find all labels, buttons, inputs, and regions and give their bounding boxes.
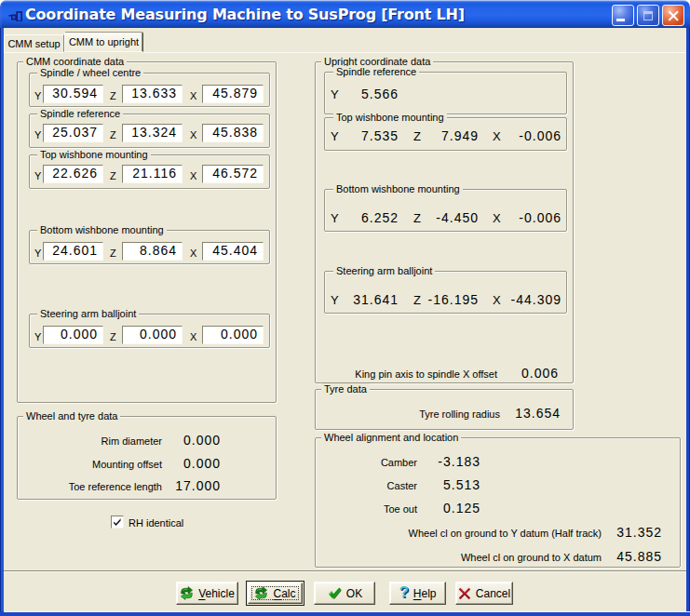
wheel-tyre-row-label: Toe reference length xyxy=(50,481,162,492)
alignment-row-label: Camber xyxy=(324,457,417,468)
help-button[interactable]: ? Help xyxy=(389,582,446,605)
check-icon xyxy=(327,586,342,600)
group-title: Top wishbone mounting xyxy=(37,149,151,161)
axis-label-x: X xyxy=(190,331,196,342)
checkmark-icon xyxy=(112,516,123,528)
group-title: Spindle reference xyxy=(37,108,123,120)
upright-z-value: -16.195 xyxy=(415,293,479,307)
cross-icon xyxy=(458,587,471,600)
wheel-tyre-row-value: 17.000 xyxy=(155,479,221,493)
input-z-spindle-wheel-centre[interactable] xyxy=(122,85,183,103)
input-z-bottom-wishbone-mounting[interactable] xyxy=(122,242,183,261)
input-y-spindle-wheel-centre[interactable] xyxy=(43,85,103,103)
kingpin-offset-label: King pin axis to spindle X offset xyxy=(348,368,497,380)
tab-page-edge xyxy=(4,52,64,53)
group-title: Bottom wishbone mounting xyxy=(333,183,463,195)
input-y-top-wishbone-mounting[interactable] xyxy=(43,165,103,183)
alignment-row-value: -3.183 xyxy=(413,455,480,469)
input-y-bottom-wishbone-mounting[interactable] xyxy=(43,242,103,261)
alignment-wide-row-value: 45.885 xyxy=(594,550,662,564)
dialog-window: Coordinate Measuring Machine to SusProg … xyxy=(0,0,690,616)
wheel-tyre-row-value: 0.000 xyxy=(155,434,221,448)
group-title: Wheel and tyre data xyxy=(23,410,120,422)
upright-z-value: -4.450 xyxy=(415,211,479,225)
rh-identical-checkbox[interactable] xyxy=(111,516,124,529)
upright-y-value: 5.566 xyxy=(335,87,399,101)
tab-cmm-setup[interactable]: CMM setup xyxy=(4,34,64,52)
group-title: Steering arm balljoint xyxy=(37,308,139,320)
input-z-spindle-reference[interactable] xyxy=(122,124,183,142)
axis-label-z: Z xyxy=(110,248,116,259)
ok-button[interactable]: OK xyxy=(314,582,375,605)
wheel-tyre-row-label: Mounting offset xyxy=(50,459,162,470)
upright-y-value: 6.252 xyxy=(335,211,399,225)
input-y-steering-arm-balljoint[interactable] xyxy=(43,326,103,344)
vehicle-button-label: Vehicle xyxy=(198,587,235,600)
axis-label-x: X xyxy=(190,129,196,141)
group-title: Spindle / wheel centre xyxy=(37,67,143,79)
alignment-row-value: 5.513 xyxy=(413,478,480,492)
question-icon: ? xyxy=(399,584,408,600)
alignment-wide-row-label: Wheel cl on ground to Y datum (Half trac… xyxy=(369,528,602,539)
axis-label-x: X xyxy=(190,90,196,101)
input-z-steering-arm-balljoint[interactable] xyxy=(122,326,183,344)
alignment-wide-row-label: Wheel cl on ground to X datum xyxy=(369,552,602,563)
group-title: Bottom wishbone mounting xyxy=(37,224,167,236)
kingpin-offset-value: 0.006 xyxy=(500,367,559,381)
tyre-rolling-radius-label: Tyre rolling radius xyxy=(379,408,500,420)
refresh-icon xyxy=(254,586,268,600)
group-title: Spindle reference xyxy=(333,66,419,78)
axis-label-y: Y xyxy=(34,331,41,342)
calc-button-label: Calc xyxy=(273,587,295,600)
alignment-wide-row-value: 31.352 xyxy=(594,526,662,540)
refresh-icon xyxy=(180,586,194,600)
axis-label-z: Z xyxy=(110,331,116,342)
tyre-rolling-radius-value: 13.654 xyxy=(503,407,561,421)
input-x-spindle-reference[interactable] xyxy=(202,124,264,142)
axis-label-z: Z xyxy=(110,90,116,101)
axis-label-y: Y xyxy=(34,90,41,101)
axis-label-x: X xyxy=(190,248,196,259)
group-title: Steering arm balljoint xyxy=(333,265,435,277)
upright-y-value: 31.641 xyxy=(335,293,399,307)
cancel-button[interactable]: Cancel xyxy=(455,582,513,605)
alignment-row-label: Toe out xyxy=(324,503,417,515)
input-x-spindle-wheel-centre[interactable] xyxy=(202,85,264,103)
upright-z-value: 7.949 xyxy=(415,129,479,143)
help-button-label: Help xyxy=(413,587,437,600)
upright-y-value: 7.535 xyxy=(335,129,399,143)
axis-label-z: Z xyxy=(110,129,116,141)
group-title: Tyre data xyxy=(321,383,370,395)
group-title: Wheel alignment and location xyxy=(321,432,461,444)
input-y-spindle-reference[interactable] xyxy=(43,124,103,142)
axis-label-y: Y xyxy=(34,129,41,141)
alignment-row-label: Caster xyxy=(324,480,417,491)
wheel-tyre-row-label: Rim diameter xyxy=(50,435,162,447)
vehicle-button[interactable]: Vehicle xyxy=(176,582,238,605)
axis-label-x: X xyxy=(190,170,196,181)
calc-button-default-ring: Calc xyxy=(246,581,304,606)
axis-label-y: Y xyxy=(34,248,41,259)
rh-identical-label: RH identical xyxy=(129,517,183,529)
axis-label-z: Z xyxy=(110,170,116,181)
alignment-row-value: 0.125 xyxy=(413,502,480,516)
cancel-button-label: Cancel xyxy=(476,587,510,600)
group-title: Top wishbone mounting xyxy=(333,112,447,124)
dialog-client-area: CMM setup CMM to upright CMM coordinate … xyxy=(0,0,690,616)
input-x-steering-arm-balljoint[interactable] xyxy=(202,326,264,344)
tab-page-edge xyxy=(143,52,686,53)
separator-line xyxy=(4,570,686,572)
upright-x-value: -0.006 xyxy=(494,211,561,225)
calc-button[interactable]: Calc xyxy=(248,583,303,604)
ok-button-label: OK xyxy=(346,587,362,600)
input-x-top-wishbone-mounting[interactable] xyxy=(202,165,264,183)
tab-cmm-to-upright[interactable]: CMM to upright xyxy=(64,32,143,52)
axis-label-y: Y xyxy=(34,170,41,181)
input-z-top-wishbone-mounting[interactable] xyxy=(122,165,183,183)
input-x-bottom-wishbone-mounting[interactable] xyxy=(202,242,264,261)
upright-x-value: -0.006 xyxy=(494,129,561,143)
wheel-tyre-row-value: 0.000 xyxy=(155,457,221,471)
upright-x-value: -44.309 xyxy=(494,293,561,307)
